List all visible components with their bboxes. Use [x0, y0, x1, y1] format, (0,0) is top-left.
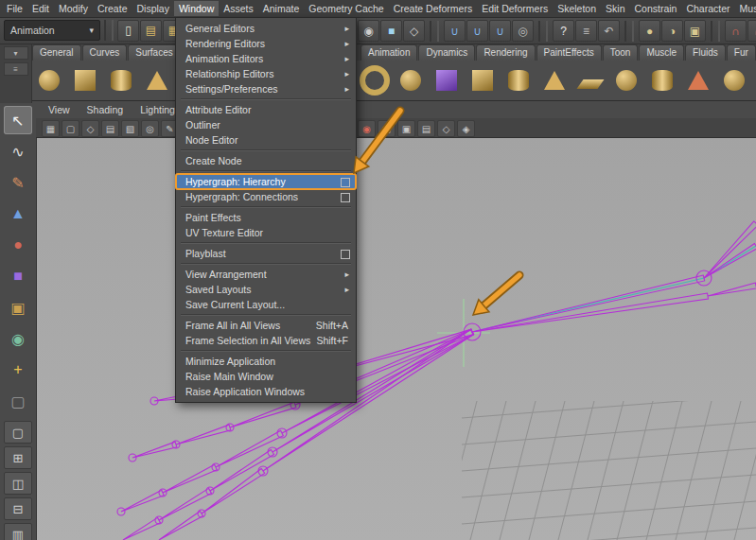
menubar-item-animate[interactable]: Animate	[258, 1, 305, 16]
safe-title-icon[interactable]: ◈	[457, 120, 475, 137]
shelf-polygon-cylinder[interactable]	[104, 63, 138, 97]
menu-item-frame-selection-in-all-views[interactable]: Frame Selection in All ViewsShift+F	[176, 333, 356, 348]
shelf-sphere-4[interactable]	[717, 63, 751, 97]
shelf-cube-2[interactable]	[466, 63, 500, 97]
menu-item-paint-effects[interactable]: Paint Effects	[176, 210, 356, 225]
single-pane-layout-button[interactable]: ▢	[4, 421, 32, 444]
menubar-item-character[interactable]: Character	[681, 1, 734, 16]
resolution-gate-icon[interactable]: ▣	[397, 120, 415, 137]
scale-tool[interactable]: ■	[4, 262, 32, 290]
menubar-item-modify[interactable]: Modify	[54, 1, 93, 16]
four-pane-layout-button[interactable]: ⊞	[4, 446, 32, 469]
menu-item-uv-texture-editor[interactable]: UV Texture Editor	[176, 225, 356, 240]
menu-item-raise-application-windows[interactable]: Raise Application Windows	[176, 384, 356, 399]
two-d-pan-zoom-icon[interactable]: ◎	[141, 120, 159, 137]
shelf-cylinder-3[interactable]	[645, 63, 679, 97]
menu-item-animation-editors[interactable]: Animation Editors▸	[176, 51, 356, 66]
menu-item-playblast[interactable]: Playblast	[176, 246, 356, 261]
shelf-tab-cycle-button[interactable]: ▾	[4, 46, 28, 60]
menu-item-view-arrangement[interactable]: View Arrangement▸	[176, 267, 356, 282]
snap-to-grids-icon[interactable]: ∪	[444, 20, 466, 42]
render-settings-icon[interactable]: ▣	[684, 20, 706, 42]
help-icon[interactable]: ?	[553, 20, 574, 42]
camera-attributes-icon[interactable]: ◇	[81, 120, 99, 137]
camera-select-icon[interactable]: ▦	[42, 120, 60, 137]
shelf-cone-red[interactable]	[681, 63, 715, 97]
lasso-select-tool[interactable]: ∿	[4, 137, 32, 165]
menu-set-selector[interactable]: Animation ▾	[4, 20, 100, 41]
show-manipulator-tool[interactable]: +	[4, 356, 32, 384]
menu-item-saved-layouts[interactable]: Saved Layouts▸	[176, 282, 356, 297]
menu-item-general-editors[interactable]: General Editors▸	[176, 21, 356, 36]
shelf-tab-dynamics[interactable]: Dynamics	[418, 44, 475, 61]
make-live-icon[interactable]: ◎	[512, 20, 534, 42]
menubar-item-edit-deformers[interactable]: Edit Deformers	[477, 1, 553, 16]
film-gate-icon[interactable]: ▢	[378, 120, 396, 137]
shelf-tab-animation[interactable]: Animation	[360, 44, 417, 61]
menu-item-attribute-editor[interactable]: Attribute Editor	[176, 102, 356, 117]
shelf-polygon-torus[interactable]	[358, 63, 392, 97]
menu-item-save-current-layout[interactable]: Save Current Layout...	[176, 297, 356, 312]
shelf-tab-fluids[interactable]: Fluids	[685, 44, 726, 61]
select-by-component-icon[interactable]: ◇	[403, 20, 425, 42]
select-by-object-icon[interactable]: ■	[380, 20, 402, 42]
shelf-polygon-cone[interactable]	[140, 63, 174, 97]
select-tool[interactable]: ↖	[4, 106, 32, 134]
open-scene-icon[interactable]: ▤	[140, 20, 162, 42]
menu-item-relationship-editors[interactable]: Relationship Editors▸	[176, 66, 356, 81]
outliner-split-layout-button[interactable]: ▥	[4, 523, 32, 540]
menubar-item-geometry-cache[interactable]: Geometry Cache	[304, 1, 388, 16]
image-plane-icon[interactable]: ▧	[121, 120, 139, 137]
gate-mask-icon[interactable]: ▤	[417, 120, 435, 137]
snap-to-points-icon[interactable]: ∪	[489, 20, 511, 42]
bookmark-icon[interactable]: ▤	[101, 120, 119, 137]
menu-item-raise-main-window[interactable]: Raise Main Window	[176, 369, 356, 384]
rotate-tool[interactable]: ●	[4, 231, 32, 259]
select-by-hierarchy-icon[interactable]: ◉	[358, 20, 379, 42]
menu-item-rendering-editors[interactable]: Rendering Editors▸	[176, 36, 356, 51]
highlight-selection-icon[interactable]: ∩	[747, 20, 756, 42]
shelf-cylinder-2[interactable]	[501, 63, 536, 97]
option-box[interactable]	[341, 250, 350, 259]
shelf-tab-fur[interactable]: Fur	[727, 44, 756, 61]
shelf-menu-button[interactable]: ≡	[4, 62, 28, 76]
shelf-tab-general[interactable]: General	[32, 44, 81, 61]
shelf-tab-rendering[interactable]: Rendering	[476, 44, 535, 61]
shelf-tab-toon[interactable]: Toon	[603, 44, 639, 61]
menubar-item-constrain[interactable]: Constrain	[629, 1, 681, 16]
shelf-sphere-2[interactable]	[394, 63, 428, 97]
panel-menu-shading[interactable]: Shading	[79, 102, 132, 117]
menubar-item-create-deformers[interactable]: Create Deformers	[389, 1, 477, 16]
ipr-render-icon[interactable]: ◑	[661, 20, 683, 42]
shelf-tab-muscle[interactable]: Muscle	[639, 44, 684, 61]
menubar-item-edit[interactable]: Edit	[27, 1, 54, 16]
shelf-cone-2[interactable]	[537, 63, 571, 97]
move-tool[interactable]: ▲	[4, 200, 32, 228]
shelf-tab-surfaces[interactable]: Surfaces	[128, 44, 180, 61]
menu-item-settings-preferences[interactable]: Settings/Preferences▸	[176, 81, 356, 96]
render-current-frame-icon[interactable]: ●	[639, 20, 660, 42]
menubar-item-window[interactable]: Window	[174, 1, 219, 16]
menubar-item-skeleton[interactable]: Skeleton	[553, 1, 601, 16]
menubar-item-create[interactable]: Create	[93, 1, 132, 16]
menubar-item-file[interactable]: File	[2, 1, 27, 16]
menu-item-minimize-application[interactable]: Minimize Application	[176, 354, 356, 369]
menu-item-create-node[interactable]: Create Node	[176, 153, 356, 168]
shelf-sphere-3[interactable]	[609, 63, 643, 97]
new-scene-icon[interactable]: ▯	[117, 20, 139, 42]
shelf-plane-2[interactable]	[573, 63, 607, 97]
shelf-tab-curves[interactable]: Curves	[82, 44, 128, 61]
menubar-item-muscle[interactable]: Muscle	[735, 1, 756, 16]
option-box[interactable]	[341, 193, 350, 202]
shelf-tab-painteffects[interactable]: PaintEffects	[536, 44, 602, 61]
last-tool[interactable]: ▢	[4, 387, 32, 415]
safe-action-icon[interactable]: ◇	[437, 120, 455, 137]
soft-modification-tool[interactable]: ◉	[4, 324, 32, 353]
two-pane-layout-button[interactable]: ◫	[4, 472, 32, 495]
menu-item-frame-all-in-all-views[interactable]: Frame All in All ViewsShift+A	[176, 318, 356, 333]
shelf-polygon-cube[interactable]	[68, 63, 102, 97]
snap-magnet-red-icon[interactable]: ∩	[725, 20, 747, 42]
split-pane-layout-button[interactable]: ⊟	[4, 497, 32, 520]
viewport-perspective[interactable]	[36, 137, 756, 540]
menu-item-node-editor[interactable]: Node Editor	[176, 132, 356, 148]
